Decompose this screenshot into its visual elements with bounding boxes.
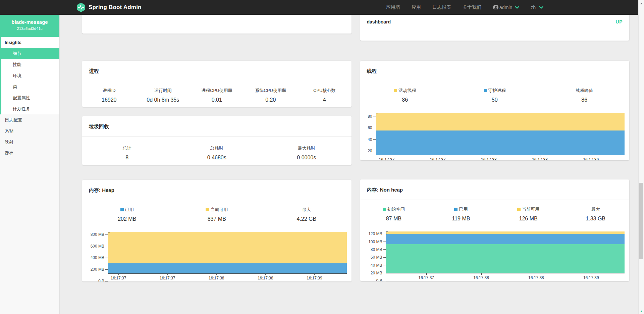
y-axis-label: 80 MB <box>371 247 382 252</box>
brand-home-link[interactable]: Spring Boot Admin <box>76 2 142 12</box>
scrollbar-thumb[interactable] <box>639 183 643 259</box>
stat-value: 0.20 <box>244 97 298 103</box>
right-column: dashboard UP 线程 活动线程 86 守护进程 50 <box>360 15 630 281</box>
y-axis-tick-mark <box>383 281 386 281</box>
user-menu[interactable]: admin <box>493 4 519 10</box>
scrollbar-down-button[interactable]: ▲ <box>639 309 644 314</box>
x-axis: 16:17:3716:17:3716:17:3816:17:3816:17:39 <box>108 274 347 281</box>
sidebar-instance-header[interactable]: blade-message 213a6ad3d41c <box>0 15 59 37</box>
stat-value: 87 MB <box>360 216 428 222</box>
legend-swatch-blue <box>120 208 124 211</box>
top-navbar: Spring Boot Admin 应用墙 应用 日志报表 关于我们 admin… <box>0 0 638 15</box>
y-axis-label: 800 MB <box>91 232 104 237</box>
stat-label: 总计 <box>82 145 172 151</box>
y-axis-tick: 80 MB <box>371 247 386 252</box>
card-title: 垃圾回收 <box>82 116 352 137</box>
stat-value: 0.01 <box>190 97 244 103</box>
threads-card: 线程 活动线程 86 守护进程 50 线程峰值 86 806040200 <box>360 61 630 160</box>
y-axis-label: 40 <box>368 137 372 142</box>
nav-item-about-us[interactable]: 关于我们 <box>463 4 481 10</box>
y-axis-tick: 120 MB <box>368 231 385 236</box>
y-axis-cap <box>108 232 110 235</box>
x-axis-label: 16:17:38 <box>528 275 544 280</box>
stat-value: 4 <box>298 97 352 103</box>
stat-heap-used: 已用 202 MB <box>82 207 172 222</box>
y-axis: 120 MB100 MB80 MB60 MB40 MB20 MB0 B <box>364 230 386 281</box>
sidebar-item-classes[interactable]: 类 <box>1 81 59 92</box>
gc-stats: 总计 8 总耗时 0.4680s 最大耗时 0.0000s <box>82 137 352 165</box>
chevron-down-icon <box>539 6 543 9</box>
x-axis-label: 16:17:37 <box>111 276 126 280</box>
stat-heap-available: 当前可用 837 MB <box>172 207 262 222</box>
stat-label: CPU核心数 <box>298 88 352 94</box>
x-axis-label: 16:17:37 <box>160 276 175 280</box>
sidebar-item-details[interactable]: 细节 <box>0 48 59 59</box>
chart-area <box>108 231 347 274</box>
sidebar-group-insights[interactable]: Insights <box>1 37 59 48</box>
x-axis-label: 16:17:39 <box>583 275 599 280</box>
y-axis-label: 600 MB <box>91 244 104 249</box>
y-axis-label: 200 MB <box>91 267 104 272</box>
sidebar-item-metrics[interactable]: 性能 <box>1 59 59 70</box>
stat-label: 进程CPU使用率 <box>190 88 244 94</box>
threads-legend-stats: 活动线程 86 守护进程 50 线程峰值 86 <box>360 81 630 111</box>
instance-id: 213a6ad3d41c <box>0 25 59 32</box>
chart-band <box>376 130 625 155</box>
chart-band <box>108 263 347 273</box>
y-axis-tick-mark <box>383 249 386 250</box>
sidebar-item-loggers[interactable]: 日志配置 <box>0 114 59 125</box>
garbage-collection-card: 垃圾回收 总计 8 总耗时 0.4680s 最大耗时 0.0000s <box>82 116 352 165</box>
sidebar-item-jvm[interactable]: JVM <box>0 125 59 137</box>
y-axis-tick: 80 <box>368 114 375 119</box>
heap-legend-stats: 已用 202 MB 当前可用 837 MB 最大 4.22 GB <box>82 200 352 230</box>
y-axis-cap <box>386 231 388 235</box>
stat-nonheap-max: 最大 1.33 GB <box>562 206 629 222</box>
user-avatar-icon <box>493 4 499 10</box>
language-menu[interactable]: zh <box>531 5 543 10</box>
legend-swatch-yellow <box>394 89 397 92</box>
stat-label: 初始空间 <box>360 206 428 212</box>
nav-item-log-report[interactable]: 日志报表 <box>432 4 451 10</box>
y-axis: 806040200 <box>364 112 376 160</box>
health-card-partial <box>82 15 352 34</box>
y-axis-label: 0 B <box>98 279 104 281</box>
stat-peak-threads: 线程峰值 86 <box>540 88 630 103</box>
y-axis-tick: 100 MB <box>368 240 385 244</box>
nav-item-application-wall[interactable]: 应用墙 <box>386 4 400 10</box>
stat-label: 活动线程 <box>360 88 450 94</box>
language-label: zh <box>531 5 536 10</box>
y-axis-tick-mark <box>105 234 108 234</box>
sidebar-item-mappings[interactable]: 映射 <box>0 137 59 148</box>
scrollbar-up-button[interactable]: ▲ <box>639 1 644 6</box>
stat-value: 1.33 GB <box>562 216 629 222</box>
x-axis: 16:17:3716:17:3816:17:3816:17:39 <box>386 273 625 281</box>
legend-swatch-blue <box>454 208 458 211</box>
y-axis-tick-mark <box>373 151 376 151</box>
stat-gc-total-time: 总耗时 0.4680s <box>172 145 262 161</box>
x-axis-label: 16:17:38 <box>473 275 489 280</box>
nav-item-label: 应用 <box>412 4 421 10</box>
stat-label: 总耗时 <box>172 145 262 151</box>
sidebar-item-environment[interactable]: 环境 <box>1 70 59 81</box>
stat-value: 16920 <box>82 97 136 103</box>
y-axis-tick: 60 MB <box>371 255 386 260</box>
y-axis-label: 60 <box>368 125 372 130</box>
instance-status-card: dashboard UP <box>360 15 630 41</box>
application-name: blade-message <box>0 19 59 25</box>
legend-swatch-teal <box>383 208 386 211</box>
chart-area <box>376 112 625 155</box>
status-endpoint-name: dashboard <box>367 19 391 24</box>
sidebar-item-config-props[interactable]: 配置属性 <box>1 92 59 103</box>
stat-label: 当前可用 <box>172 207 262 213</box>
sidebar-item-caches[interactable]: 缓存 <box>0 148 59 159</box>
y-axis-tick: 400 MB <box>91 255 108 260</box>
details-page: 进程 进程ID 16920 运行时间 0d 0h 8m 35s 进程CPU使用率… <box>60 15 638 314</box>
y-axis-tick-mark <box>373 128 376 128</box>
heap-memory-chart: 800 MB600 MB400 MB200 MB0 B16:17:3716:17… <box>86 231 347 281</box>
stat-label: 当前可用 <box>495 206 562 212</box>
vertical-scrollbar[interactable]: ▲ ▲ <box>638 0 644 314</box>
chart-band <box>386 231 625 234</box>
nav-item-applications[interactable]: 应用 <box>412 4 421 10</box>
y-axis-tick: 0 B <box>376 278 385 281</box>
sidebar-item-scheduled-tasks[interactable]: 计划任务 <box>1 103 59 114</box>
